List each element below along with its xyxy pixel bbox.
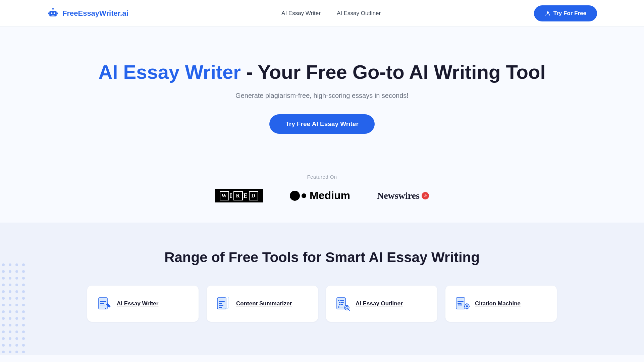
svg-rect-88 [340,304,343,305]
svg-point-43 [15,317,18,320]
svg-rect-7 [57,12,58,14]
svg-rect-2 [54,12,55,14]
hero-title-rest: - Your Free Go-to AI Writing Tool [241,61,546,83]
featured-logos: W I R E D Medium Newswires ® [7,189,637,202]
navbar: FreeEssayWriter.ai AI Essay Writer AI Es… [0,0,644,27]
svg-point-63 [15,351,18,353]
essay-writer-icon [97,296,111,311]
svg-rect-84 [340,300,344,301]
svg-point-87 [339,304,340,305]
svg-point-15 [15,270,18,273]
svg-point-23 [15,284,18,286]
svg-point-51 [15,330,18,333]
svg-point-13 [2,270,5,273]
tool-card-citation-machine[interactable]: " " Citation Machine [445,286,557,322]
tools-section: Range of Free Tools for Smart AI Essay W… [0,223,644,355]
tools-grid: AI Essay Writer Content Summarizer [87,286,557,322]
svg-rect-76 [219,301,225,302]
svg-rect-105 [464,306,465,307]
svg-point-28 [22,290,25,293]
wired-letter-d: D [249,191,258,200]
featured-section: Featured On W I R E D Medium Newswires ® [0,161,644,223]
svg-point-25 [2,290,5,293]
featured-label: Featured On [7,174,637,180]
svg-point-85 [339,302,340,303]
nav-ai-essay-writer[interactable]: AI Essay Writer [281,10,321,17]
tools-section-title: Range of Free Tools for Smart AI Essay W… [47,249,597,265]
logo-text: FreeEssayWriter.ai [62,9,128,18]
svg-point-89 [338,306,339,308]
newswires-badge: ® [422,192,429,199]
svg-point-55 [15,337,18,340]
hero-subtitle: Generate plagiarism-free, high-scoring e… [7,92,637,100]
svg-rect-3 [52,15,55,15]
svg-point-34 [9,304,11,306]
svg-point-54 [9,337,11,340]
svg-point-36 [22,304,25,306]
svg-point-41 [2,317,5,320]
hero-title: AI Essay Writer - Your Free Go-to AI Wri… [7,60,637,84]
svg-point-24 [22,284,25,286]
svg-point-21 [2,284,5,286]
hero-section: AI Essay Writer - Your Free Go-to AI Wri… [0,27,644,161]
wired-letter-w: W [220,191,229,200]
svg-point-40 [22,310,25,313]
tool-name-content-summarizer: Content Summarizer [236,300,292,307]
svg-point-14 [9,270,11,273]
tool-card-ai-essay-outliner[interactable]: AI Essay Outliner [326,286,437,322]
svg-point-22 [9,284,11,286]
svg-point-58 [9,344,11,347]
wired-word: W I R E D [220,191,258,200]
medium-icon [290,191,306,201]
svg-point-44 [22,317,25,320]
svg-point-48 [22,324,25,326]
hero-cta-button[interactable]: Try Free AI Essay Writer [269,114,375,134]
svg-rect-104 [467,308,468,309]
svg-point-50 [9,330,11,333]
svg-rect-96 [458,300,462,300]
svg-rect-106 [469,306,470,307]
nav-ai-essay-outliner[interactable]: AI Essay Outliner [337,10,381,17]
nav-try-free-button[interactable]: Try For Free [534,5,597,21]
svg-point-60 [22,344,25,347]
tool-card-content-summarizer[interactable]: Content Summarizer [207,286,318,322]
svg-point-26 [9,290,11,293]
svg-rect-79 [219,307,222,308]
medium-circle-small [302,193,306,198]
svg-text:": " [458,303,460,309]
svg-point-19 [15,277,18,280]
tool-card-ai-essay-writer[interactable]: AI Essay Writer [87,286,199,322]
svg-rect-67 [100,300,105,300]
svg-rect-78 [219,305,223,306]
svg-point-29 [2,297,5,300]
svg-point-8 [547,11,549,13]
svg-rect-90 [340,307,343,307]
svg-rect-70 [100,305,105,305]
svg-line-93 [348,309,350,310]
logo[interactable]: FreeEssayWriter.ai [47,7,128,19]
svg-rect-1 [51,12,53,14]
svg-point-59 [15,344,18,347]
svg-point-49 [2,330,5,333]
svg-point-30 [9,297,11,300]
svg-point-17 [2,277,5,280]
newswires-logo: Newswires ® [377,190,429,201]
svg-point-11 [15,263,18,266]
svg-point-33 [2,304,5,306]
wired-letter-r: R [233,191,243,200]
svg-point-16 [22,270,25,273]
svg-point-27 [15,290,18,293]
svg-point-62 [9,351,11,353]
svg-point-45 [2,324,5,326]
svg-rect-86 [340,302,344,303]
svg-point-64 [22,351,25,353]
svg-point-46 [9,324,11,326]
svg-rect-68 [100,301,106,302]
svg-point-35 [15,304,18,306]
svg-point-12 [22,263,25,266]
svg-point-53 [2,337,5,340]
tool-name-ai-essay-outliner: AI Essay Outliner [356,300,403,307]
svg-point-9 [2,263,5,266]
svg-rect-6 [48,12,50,14]
hero-title-blue: AI Essay Writer [98,61,240,83]
